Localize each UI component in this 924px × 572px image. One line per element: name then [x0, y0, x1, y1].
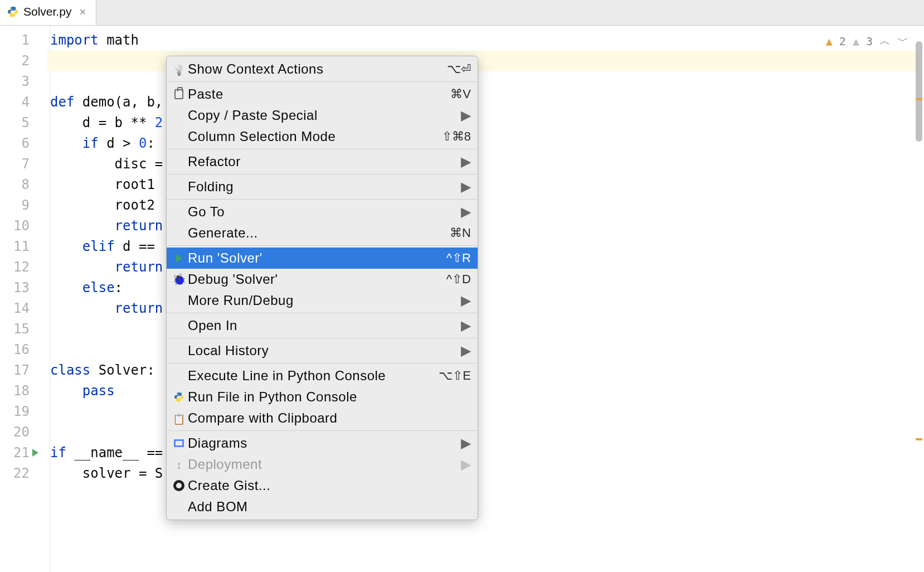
menu-item-local-history[interactable]: Local History▶: [167, 340, 478, 361]
line-number[interactable]: 13: [0, 278, 30, 298]
menu-item-label: Paste: [187, 86, 450, 102]
line-number[interactable]: 18: [0, 381, 30, 401]
gh-icon: [171, 480, 187, 491]
menu-item-label: Deployment: [187, 457, 461, 472]
scrollbar-warning-mark[interactable]: [916, 98, 922, 100]
code-line[interactable]: import math: [50, 30, 924, 51]
gutter-run-icon[interactable]: [32, 447, 38, 459]
menu-item-execute-line-in-python-console[interactable]: Execute Line in Python Console⌥⇧E: [167, 365, 478, 386]
menu-separator: [167, 199, 478, 200]
menu-item-run-solver[interactable]: Run 'Solver'^⇧R: [167, 248, 478, 269]
menu-item-add-bom[interactable]: Add BOM: [167, 496, 478, 517]
menu-item-label: Refactor: [187, 154, 461, 169]
submenu-arrow-icon: ▶: [461, 154, 471, 169]
line-number[interactable]: 19: [0, 401, 30, 422]
line-number[interactable]: 21: [0, 443, 30, 463]
menu-shortcut: ⌘V: [450, 87, 471, 101]
line-number[interactable]: 22: [0, 463, 30, 484]
menu-item-label: Run File in Python Console: [187, 389, 471, 405]
menu-separator: [167, 430, 478, 431]
warning-count-a: 2: [839, 35, 846, 48]
submenu-arrow-icon: ▶: [461, 293, 471, 308]
line-number[interactable]: 6: [0, 133, 30, 154]
menu-item-label: Generate...: [187, 225, 450, 241]
line-number[interactable]: 1: [0, 30, 30, 51]
menu-separator: [167, 174, 478, 174]
line-number[interactable]: 5: [0, 113, 30, 133]
submenu-arrow-icon: ▶: [461, 179, 471, 195]
tab-bar: Solver.py ×: [0, 0, 924, 26]
weak-warning-icon: ▲: [853, 35, 859, 48]
line-number[interactable]: 17: [0, 360, 30, 381]
submenu-arrow-icon: ▶: [461, 457, 471, 472]
menu-item-more-run-debug[interactable]: More Run/Debug▶: [167, 290, 478, 311]
line-number[interactable]: 7: [0, 154, 30, 174]
line-number[interactable]: 11: [0, 236, 30, 257]
menu-separator: [167, 149, 478, 149]
menu-item-refactor[interactable]: Refactor▶: [167, 151, 478, 172]
menu-item-diagrams[interactable]: Diagrams▶: [167, 433, 478, 454]
menu-item-deployment: Deployment▶: [167, 454, 478, 475]
line-number[interactable]: 10: [0, 216, 30, 236]
menu-shortcut: ^⇧D: [446, 272, 471, 287]
bug-icon: [171, 273, 187, 286]
menu-item-folding[interactable]: Folding▶: [167, 176, 478, 197]
clip-icon: [171, 89, 187, 99]
editor-tab-solver[interactable]: Solver.py ×: [0, 0, 96, 25]
tab-filename: Solver.py: [23, 5, 71, 18]
line-number[interactable]: 12: [0, 257, 30, 278]
menu-item-label: Copy / Paste Special: [187, 108, 461, 123]
next-highlight-icon[interactable]: ﹀: [897, 33, 908, 49]
menu-item-label: Show Context Actions: [187, 61, 447, 77]
menu-shortcut: ⇧⌘8: [442, 129, 471, 144]
menu-separator: [167, 81, 478, 82]
menu-item-debug-solver[interactable]: Debug 'Solver'^⇧D: [167, 269, 478, 290]
menu-item-label: Add BOM: [187, 499, 471, 515]
line-number[interactable]: 20: [0, 422, 30, 443]
menu-item-column-selection-mode[interactable]: Column Selection Mode⇧⌘8: [167, 126, 478, 147]
menu-item-show-context-actions[interactable]: Show Context Actions⌥⏎: [167, 59, 478, 80]
scrollbar-thumb[interactable]: [916, 41, 922, 142]
diag-icon: [171, 439, 187, 447]
line-number[interactable]: 4: [0, 92, 30, 113]
scrollbar-warning-mark[interactable]: [916, 438, 922, 440]
menu-item-label: Column Selection Mode: [187, 129, 442, 144]
line-number[interactable]: 3: [0, 71, 30, 92]
menu-item-run-file-in-python-console[interactable]: Run File in Python Console: [167, 386, 478, 408]
submenu-arrow-icon: ▶: [461, 108, 471, 123]
line-number[interactable]: 15: [0, 319, 30, 340]
menu-item-label: Run 'Solver': [187, 250, 446, 266]
line-number[interactable]: 8: [0, 174, 30, 195]
menu-item-paste[interactable]: Paste⌘V: [167, 84, 478, 105]
menu-item-open-in[interactable]: Open In▶: [167, 315, 478, 336]
line-number[interactable]: 14: [0, 298, 30, 319]
menu-item-copy-paste-special[interactable]: Copy / Paste Special▶: [167, 105, 478, 126]
menu-item-label: More Run/Debug: [187, 293, 461, 308]
menu-separator: [167, 313, 478, 313]
menu-item-go-to[interactable]: Go To▶: [167, 201, 478, 222]
editor-scrollbar[interactable]: [914, 26, 924, 572]
menu-item-label: Local History: [187, 343, 461, 358]
gutter-line-numbers[interactable]: 12345678910111213141516171819202122: [0, 26, 50, 572]
bulb-icon: [171, 61, 187, 77]
submenu-arrow-icon: ▶: [461, 318, 471, 333]
line-number[interactable]: 16: [0, 340, 30, 360]
menu-item-label: Compare with Clipboard: [187, 410, 471, 426]
menu-item-label: Debug 'Solver': [187, 272, 446, 287]
submenu-arrow-icon: ▶: [461, 343, 471, 358]
submenu-arrow-icon: ▶: [461, 204, 471, 220]
line-number[interactable]: 9: [0, 195, 30, 216]
editor-context-menu: Show Context Actions⌥⏎Paste⌘VCopy / Past…: [166, 56, 478, 520]
prev-highlight-icon[interactable]: ︿: [879, 33, 891, 49]
close-tab-icon[interactable]: ×: [76, 6, 89, 18]
play-icon: [171, 254, 187, 262]
python-file-icon: [7, 6, 19, 18]
menu-item-label: Folding: [187, 179, 461, 195]
menu-item-compare-with-clipboard[interactable]: Compare with Clipboard: [167, 408, 478, 429]
menu-shortcut: ⌘N: [450, 226, 471, 240]
line-number[interactable]: 2: [0, 51, 30, 71]
menu-item-generate[interactable]: Generate...⌘N: [167, 222, 478, 244]
inspection-widget[interactable]: ▲ 2 ▲ 3 ︿ ﹀: [826, 33, 908, 49]
menu-item-label: Create Gist...: [187, 478, 471, 493]
menu-item-create-gist[interactable]: Create Gist...: [167, 475, 478, 496]
